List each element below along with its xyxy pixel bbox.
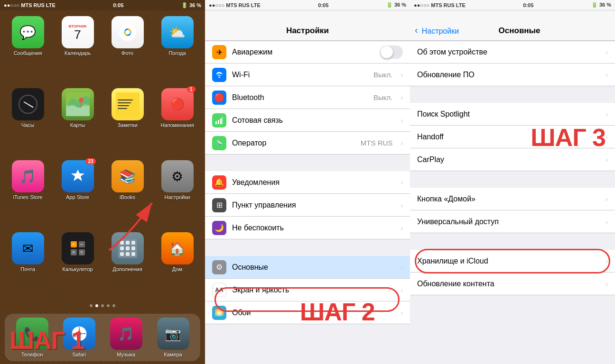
airplane-icon: ✈ (212, 45, 226, 59)
chevron-handoff: › (606, 133, 608, 141)
status-bar-2: ●●○○○ MTS RUS LTE 0:05 🔋 36 % (205, 0, 410, 10)
display-icon: AA (212, 283, 226, 297)
svg-rect-45 (222, 117, 223, 124)
app-weather[interactable]: ⛅ Погода (154, 16, 200, 84)
chevron-dnd: › (401, 224, 403, 232)
status-bar-3: ●●○○○ MTS RUS LTE 0:05 🔋 36 % (410, 0, 615, 10)
carrier-icon: 📡 (212, 136, 226, 150)
dnd-icon: 🌙 (212, 221, 226, 235)
app-reminders[interactable]: 🔴 1 Напоминания (154, 88, 200, 156)
step3-label: ШАГ 3 (531, 123, 606, 152)
svg-rect-15 (118, 108, 127, 109)
svg-text:−: − (80, 242, 83, 247)
app-clock[interactable]: Часы (5, 88, 51, 156)
dock-camera[interactable]: 📷 Камера (157, 318, 189, 357)
svg-text:+: + (72, 242, 75, 247)
app-messages[interactable]: 💬 Сообщения (5, 16, 51, 84)
general-icon: ⚙ (212, 260, 226, 274)
general-row-about[interactable]: Об этом устройстве › (410, 41, 615, 64)
chevron-storage: › (606, 257, 608, 265)
battery-3: 🔋 36 % (591, 2, 611, 8)
phone1-screen: ●●○○○ MTS RUS LTE 0:05 🔋 36 % 💬 Сообщени… (0, 0, 205, 364)
settings-row-carrier[interactable]: 📡 Оператор MTS RUS › (205, 132, 410, 155)
general-list: Об этом устройстве › Обновление ПО › Пои… (410, 41, 615, 364)
carrier-2: ●●○○○ MTS RUS LTE (209, 2, 261, 8)
svg-text:=: = (80, 250, 83, 255)
svg-rect-42 (215, 121, 217, 124)
svg-point-7 (125, 30, 130, 35)
carrier-1: ●●○○○ MTS RUS LTE (4, 2, 56, 8)
panel3-general: ●●○○○ MTS RUS LTE 0:05 🔋 36 % ‹ Настройк… (410, 0, 615, 364)
nav-title-3: Основные (462, 26, 577, 36)
general-row-accessibility[interactable]: Универсальный доступ › (410, 210, 615, 233)
chevron-bluetooth: › (401, 94, 403, 101)
wallpaper-icon: 🌅 (212, 306, 226, 320)
settings-row-wifi[interactable]: Wi-Fi Выкл. › (205, 64, 410, 86)
svg-rect-13 (118, 102, 131, 103)
battery-1: 🔋 36 % (181, 2, 201, 9)
settings-row-cellular[interactable]: Сотовая связь › (205, 109, 410, 132)
settings-row-dnd[interactable]: 🌙 Не беспокоить › (205, 217, 410, 239)
chevron-about: › (606, 48, 608, 56)
battery-2: 🔋 36 % (386, 2, 406, 8)
nav-title-2: Настройки (286, 26, 329, 36)
chevron-cellular: › (401, 117, 403, 124)
app-photos[interactable]: Фото (104, 16, 150, 84)
back-chevron-3: ‹ (415, 25, 418, 36)
section-gap-2 (205, 239, 410, 256)
chevron-wallpaper: › (401, 309, 403, 317)
chevron-general: › (401, 264, 403, 271)
general-row-bgrefresh[interactable]: Обновление контента › (410, 273, 615, 295)
back-label-3[interactable]: Настройки (422, 27, 459, 36)
svg-rect-11 (116, 92, 140, 116)
step2-label: ШАГ 2 (300, 298, 375, 326)
general-row-storage[interactable]: Хранилище и iCloud › (410, 250, 615, 273)
dot-1 (90, 304, 93, 307)
general-row-carplay[interactable]: CarPlay › (410, 148, 615, 171)
app-appstore[interactable]: 23 App Store (55, 160, 101, 228)
dock-music[interactable]: 🎵 Музыка (110, 318, 142, 357)
app-mail[interactable]: ✉ Почта (5, 232, 51, 300)
panel2-settings: ●●○○○ MTS RUS LTE 0:05 🔋 36 % Настройки … (205, 0, 410, 364)
settings-row-general[interactable]: ⚙ Основные › (205, 256, 410, 279)
svg-rect-14 (118, 105, 129, 106)
dot-5 (112, 304, 115, 307)
app-itunes[interactable]: 🎵 iTunes Store (5, 160, 51, 228)
arrow-annotation-1 (104, 184, 180, 260)
section-gap-g2 (410, 171, 615, 188)
app-calc[interactable]: + − × = Калькулятор (55, 232, 101, 300)
general-row-update[interactable]: Обновление ПО › (410, 64, 615, 86)
settings-row-notifications[interactable]: 🔔 Уведомления › (205, 171, 410, 194)
dot-2 (95, 304, 98, 307)
app-maps[interactable]: Карты (55, 88, 101, 156)
chevron-control: › (401, 201, 403, 209)
chevron-spotlight: › (606, 110, 608, 118)
settings-row-airplane[interactable]: ✈ Авиарежим (205, 41, 410, 64)
carrier-3: ●●○○○ MTS RUS LTE (414, 2, 466, 8)
app-calendar[interactable]: Вторник 7 Календарь (55, 16, 101, 84)
settings-row-control[interactable]: ⊞ Пункт управления › (205, 194, 410, 217)
time-2: 0:05 (318, 2, 328, 8)
time-1: 0:05 (113, 2, 123, 8)
svg-point-41 (219, 76, 220, 78)
app-notes[interactable]: Заметки (104, 88, 150, 156)
section-gap-g3 (410, 233, 615, 250)
nav-bar-3: ‹ Настройки Основные (410, 10, 615, 41)
airplane-toggle[interactable] (380, 46, 403, 59)
dot-4 (107, 304, 110, 307)
chevron-update: › (606, 71, 608, 79)
general-row-homebutton[interactable]: Кнопка «Домой» › (410, 188, 615, 210)
chevron-carplay: › (606, 156, 608, 164)
control-icon: ⊞ (212, 198, 226, 212)
svg-rect-44 (220, 118, 222, 124)
status-bar-1: ●●○○○ MTS RUS LTE 0:05 🔋 36 % (0, 0, 205, 10)
dot-3 (101, 304, 104, 307)
chevron-display: › (401, 286, 403, 294)
time-3: 0:05 (523, 2, 533, 8)
general-row-spotlight[interactable]: Поиск Spotlight › (410, 103, 615, 126)
notifications-icon: 🔔 (212, 175, 226, 190)
cellular-icon (212, 113, 226, 127)
svg-text:×: × (72, 250, 75, 255)
settings-row-bluetooth[interactable]: 🔴 Bluetooth Выкл. › (205, 86, 410, 109)
chevron-carrier: › (401, 139, 403, 147)
